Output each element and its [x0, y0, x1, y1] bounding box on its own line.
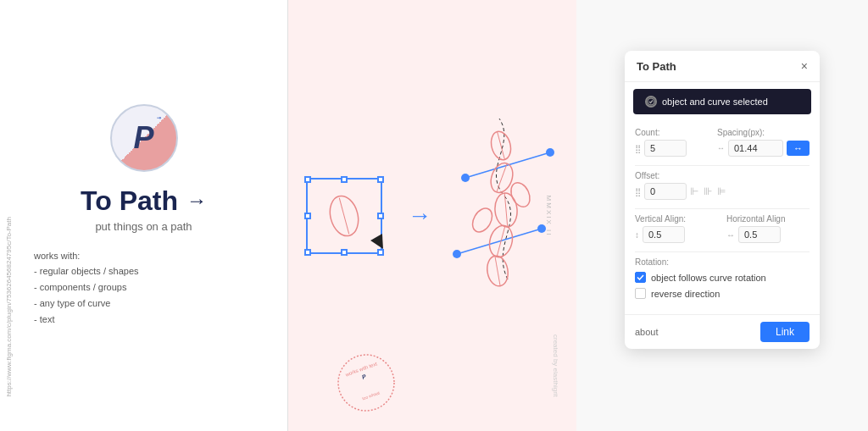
about-link[interactable]: about	[635, 327, 659, 337]
checkmark-1-icon	[637, 274, 644, 280]
count-spacing-row: Count: ⣿ Spacing(px): ↔ ↔	[635, 128, 810, 157]
vertical-align-label: Vertical Align:	[635, 214, 718, 224]
checkmark-icon	[647, 97, 655, 106]
svg-point-19	[508, 180, 534, 210]
svg-point-4	[453, 250, 461, 258]
status-text: object and curve selected	[662, 97, 768, 107]
selected-object-container	[306, 178, 382, 254]
svg-point-18	[469, 205, 496, 235]
offset-group: Offset: ⣿ ⊩ ⊪ ⊫	[635, 171, 810, 200]
offset-label: Offset:	[635, 171, 810, 180]
arrow-right-icon: →	[186, 189, 207, 213]
panel-footer: about Link	[625, 314, 820, 349]
checkbox-1[interactable]	[635, 272, 646, 283]
svg-point-7	[546, 148, 554, 157]
horizontal-align-group: Horizontal Align ↔	[726, 214, 810, 243]
center-panel: MMXIX II created by elasthigrit	[288, 0, 576, 431]
align-row: Vertical Align: ↕ Horizontal Align ↔	[635, 214, 810, 243]
handle-bm	[341, 249, 348, 256]
right-panel: To Path × object and curve selected Coun…	[576, 0, 868, 431]
divider-3	[635, 251, 810, 252]
horizontal-align-input-row: ↔	[726, 226, 810, 243]
vertical-align-input[interactable]	[643, 226, 685, 243]
offset-input[interactable]	[644, 183, 687, 200]
subtitle: put things on a path	[95, 220, 192, 233]
path-result	[457, 127, 559, 305]
works-with-section: works with: - regular objects / shapes -…	[34, 248, 139, 327]
divider-1	[635, 165, 810, 166]
vertical-align-input-row: ↕	[635, 226, 718, 243]
handle-bl	[304, 249, 311, 256]
divider-2	[635, 208, 810, 209]
align-left-icon: ⊩	[690, 185, 698, 197]
align-right-icon: ⊫	[717, 185, 726, 197]
spacing-icon: ↔	[717, 144, 725, 152]
checkbox-1-label: object follows curve rotation	[651, 273, 766, 283]
panel-header: To Path ×	[625, 51, 820, 82]
count-group: Count: ⣿	[635, 128, 709, 157]
works-with-item-3: - any type of curve	[34, 296, 139, 312]
count-label: Count:	[635, 128, 709, 137]
stamp-watermark: works with text P too whaat	[335, 351, 398, 418]
link-toggle-button[interactable]: ↔	[787, 141, 810, 156]
works-with-item-2: - components / groups	[34, 279, 139, 296]
count-input[interactable]	[644, 140, 687, 157]
count-input-row: ⣿	[635, 140, 709, 157]
works-with-item-4: - text	[34, 312, 139, 328]
handle-tr	[377, 176, 384, 183]
svg-point-6	[461, 174, 470, 182]
horizontal-align-icon: ↔	[726, 230, 735, 240]
close-button[interactable]: ×	[801, 59, 808, 73]
handle-rm	[377, 213, 384, 219]
status-icon	[645, 96, 657, 108]
checkbox-2[interactable]	[635, 288, 646, 299]
created-by-text: created by elasthigrit	[552, 334, 559, 397]
horizontal-align-input[interactable]	[738, 226, 781, 243]
svg-line-3	[465, 152, 550, 178]
logo-letter: P	[133, 120, 153, 156]
vertical-url: https://www.figma.com/c/plugin/753626456…	[5, 217, 13, 397]
spacing-input-row: ↔ ↔	[717, 140, 810, 157]
offset-row: Offset: ⣿ ⊩ ⊪ ⊫	[635, 171, 810, 200]
logo-circle: ⃗ P	[110, 104, 178, 172]
checkbox-2-label: reverse direction	[651, 289, 720, 299]
svg-line-9	[495, 256, 500, 285]
handle-tl	[304, 176, 311, 183]
handle-tm	[341, 176, 348, 183]
vertical-align-group: Vertical Align: ↕	[635, 214, 718, 243]
checkbox-row-2[interactable]: reverse direction	[635, 288, 810, 299]
main-title-container: To Path →	[81, 185, 207, 217]
spacing-group: Spacing(px): ↔ ↔	[717, 128, 810, 157]
works-with-item-1: - regular objects / shapes	[34, 263, 139, 279]
panel-body: Count: ⣿ Spacing(px): ↔ ↔	[625, 121, 820, 311]
offset-icon: ⣿	[635, 187, 641, 196]
canvas-area: →	[306, 127, 559, 305]
left-panel: https://www.figma.com/c/plugin/753626456…	[0, 0, 288, 431]
spacing-input[interactable]	[728, 140, 783, 157]
checkbox-row-1[interactable]: object follows curve rotation	[635, 272, 810, 283]
align-center-icon: ⊪	[704, 185, 712, 197]
link-button[interactable]: Link	[760, 322, 810, 342]
leaf-icon	[319, 191, 370, 241]
svg-text:P: P	[361, 373, 367, 380]
stamp-svg: works with text P too whaat	[335, 351, 398, 415]
horizontal-align-label: Horizontal Align	[726, 214, 810, 224]
svg-point-20	[338, 355, 394, 411]
transform-arrow-icon: →	[408, 202, 431, 229]
path-visual-svg	[440, 110, 576, 296]
offset-input-row: ⣿ ⊩ ⊪ ⊫	[635, 183, 810, 200]
main-title-text: To Path	[81, 185, 178, 217]
handle-lm	[304, 213, 311, 219]
svg-line-17	[498, 131, 505, 159]
vertical-align-icon: ↕	[635, 230, 639, 240]
spacing-label: Spacing(px):	[717, 128, 810, 137]
svg-line-2	[457, 229, 542, 254]
align-icons: ⊩ ⊪ ⊫	[690, 185, 726, 197]
status-bar: object and curve selected	[633, 89, 811, 114]
rotation-label: Rotation:	[635, 257, 810, 267]
svg-line-1	[339, 197, 348, 234]
panel-title: To Path	[637, 60, 676, 73]
works-with-title: works with:	[34, 248, 139, 264]
plugin-panel: To Path × object and curve selected Coun…	[625, 51, 820, 349]
svg-text:too whaat: too whaat	[361, 390, 381, 401]
